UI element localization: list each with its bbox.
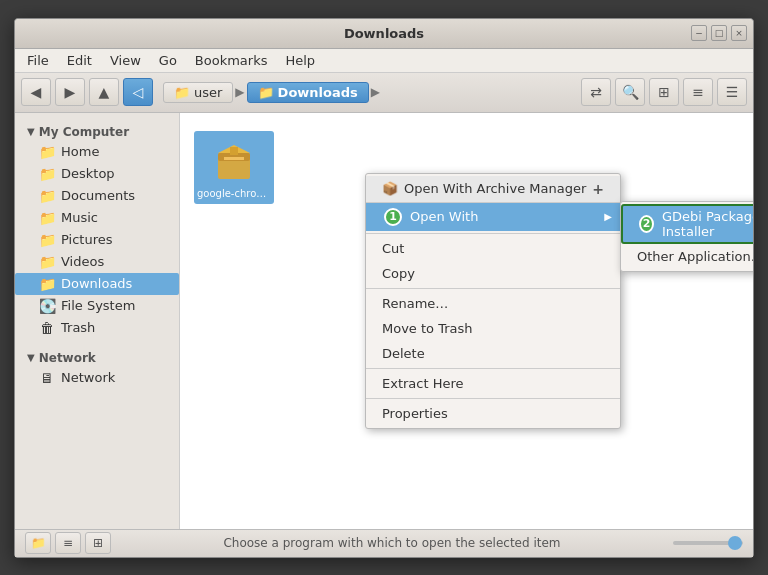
menu-sep-4	[366, 398, 620, 399]
filesystem-icon: 💽	[39, 298, 55, 314]
connect-button[interactable]: ⇄	[581, 78, 611, 106]
network-arrow: ▼	[27, 352, 35, 363]
badge-2: 2	[639, 215, 654, 233]
sidebar-item-network[interactable]: 🖥 Network	[15, 367, 179, 389]
badge-1: 1	[384, 208, 402, 226]
main-content: google-chrome-stable_current_amd64.de… 📦…	[180, 113, 753, 529]
location-bar: 📁 user ▶ 📁 Downloads ▶	[163, 82, 571, 103]
menu-go[interactable]: Go	[151, 51, 185, 70]
back-button[interactable]: ◀	[21, 78, 51, 106]
statusbar-list-button[interactable]: ≡	[55, 532, 81, 554]
menu-help[interactable]: Help	[277, 51, 323, 70]
sidebar-item-trash[interactable]: 🗑 Trash	[15, 317, 179, 339]
sidebar-item-filesystem[interactable]: 💽 File System	[15, 295, 179, 317]
file-item-chrome[interactable]: google-chrome-stable_current_amd64.de…	[194, 131, 274, 204]
sidebar-item-music[interactable]: 📁 Music	[15, 207, 179, 229]
sidebar-item-videos[interactable]: 📁 Videos	[15, 251, 179, 273]
videos-folder-icon: 📁	[39, 254, 55, 270]
statusbar: 📁 ≡ ⊞ Choose a program with which to ope…	[15, 529, 753, 557]
context-open-with[interactable]: 1 Open With 2 GDebi Package Installer Ot…	[366, 203, 620, 231]
context-extract-here[interactable]: Extract Here	[366, 371, 620, 396]
menu-edit[interactable]: Edit	[59, 51, 100, 70]
svg-rect-5	[230, 147, 238, 155]
maximize-button[interactable]: □	[711, 25, 727, 41]
view-list-button[interactable]: ☰	[717, 78, 747, 106]
sidebar-item-pictures[interactable]: 📁 Pictures	[15, 229, 179, 251]
sidebar-item-downloads[interactable]: 📁 Downloads	[15, 273, 179, 295]
context-rename[interactable]: Rename…	[366, 291, 620, 316]
plus-icon[interactable]: +	[592, 181, 604, 197]
submenu-gdebi[interactable]: 2 GDebi Package Installer	[621, 204, 753, 244]
file-manager-window: Downloads − □ × File Edit View Go Bookma…	[14, 18, 754, 558]
view-compact-button[interactable]: ≡	[683, 78, 713, 106]
svg-rect-3	[224, 157, 244, 160]
zoom-slider	[673, 541, 743, 545]
toolbar-right: ⇄ 🔍 ⊞ ≡ ☰	[581, 78, 747, 106]
sidebar: ▼ My Computer 📁 Home 📁 Desktop 📁 Documen…	[15, 113, 180, 529]
statusbar-grid-button[interactable]: ⊞	[85, 532, 111, 554]
context-copy[interactable]: Copy	[366, 261, 620, 286]
context-open-with-archive[interactable]: 📦 Open With Archive Manager +	[366, 176, 620, 203]
statusbar-text: Choose a program with which to open the …	[111, 536, 673, 550]
folder-icon: 📁	[174, 85, 190, 100]
toggle-sidebar-button[interactable]: ◁	[123, 78, 153, 106]
window-controls: − □ ×	[691, 25, 747, 41]
documents-folder-icon: 📁	[39, 188, 55, 204]
downloads-folder-icon: 📁	[39, 276, 55, 292]
menubar: File Edit View Go Bookmarks Help	[15, 49, 753, 73]
context-cut[interactable]: Cut	[366, 236, 620, 261]
network-section[interactable]: ▼ Network	[15, 347, 179, 367]
music-folder-icon: 📁	[39, 210, 55, 226]
menu-sep-1	[366, 233, 620, 234]
section-label: My Computer	[39, 125, 129, 139]
view-icons-button[interactable]: ⊞	[649, 78, 679, 106]
deb-package-icon	[210, 135, 258, 183]
slider-thumb[interactable]	[728, 536, 742, 550]
toolbar: ◀ ▶ ▲ ◁ 📁 user ▶ 📁 Downloads ▶ ⇄ 🔍 ⊞ ≡ ☰	[15, 73, 753, 113]
context-move-to-trash[interactable]: Move to Trash	[366, 316, 620, 341]
crumb-downloads[interactable]: 📁 Downloads	[247, 82, 369, 103]
sidebar-item-documents[interactable]: 📁 Documents	[15, 185, 179, 207]
sidebar-item-desktop[interactable]: 📁 Desktop	[15, 163, 179, 185]
forward-button[interactable]: ▶	[55, 78, 85, 106]
trash-icon: 🗑	[39, 320, 55, 336]
network-icon: 🖥	[39, 370, 55, 386]
file-label: google-chrome-stable_current_amd64.de…	[195, 187, 273, 200]
statusbar-icons: 📁 ≡ ⊞	[25, 532, 111, 554]
menu-sep-2	[366, 288, 620, 289]
crumb-user[interactable]: 📁 user	[163, 82, 233, 103]
archive-icon: 📦	[382, 181, 398, 196]
network-label: Network	[39, 351, 96, 365]
pictures-folder-icon: 📁	[39, 232, 55, 248]
titlebar: Downloads − □ ×	[15, 19, 753, 49]
minimize-button[interactable]: −	[691, 25, 707, 41]
menu-view[interactable]: View	[102, 51, 149, 70]
menu-file[interactable]: File	[19, 51, 57, 70]
up-button[interactable]: ▲	[89, 78, 119, 106]
menu-sep-3	[366, 368, 620, 369]
my-computer-section[interactable]: ▼ My Computer	[15, 121, 179, 141]
window-title: Downloads	[344, 26, 424, 41]
submenu-other[interactable]: Other Application…	[621, 244, 753, 269]
submenu-open-with: 2 GDebi Package Installer Other Applicat…	[620, 201, 753, 272]
statusbar-folder-button[interactable]: 📁	[25, 532, 51, 554]
menu-bookmarks[interactable]: Bookmarks	[187, 51, 276, 70]
search-button[interactable]: 🔍	[615, 78, 645, 106]
section-arrow: ▼	[27, 126, 35, 137]
sidebar-item-home[interactable]: 📁 Home	[15, 141, 179, 163]
close-button[interactable]: ×	[731, 25, 747, 41]
folder-icon-active: 📁	[258, 85, 274, 100]
crumb-next: ▶	[371, 85, 380, 99]
context-delete[interactable]: Delete	[366, 341, 620, 366]
context-properties[interactable]: Properties	[366, 401, 620, 426]
desktop-folder-icon: 📁	[39, 166, 55, 182]
content-area: ▼ My Computer 📁 Home 📁 Desktop 📁 Documen…	[15, 113, 753, 529]
crumb-separator: ▶	[235, 85, 244, 99]
home-folder-icon: 📁	[39, 144, 55, 160]
context-menu: 📦 Open With Archive Manager + 1 Open Wit…	[365, 173, 621, 429]
slider-track[interactable]	[673, 541, 743, 545]
